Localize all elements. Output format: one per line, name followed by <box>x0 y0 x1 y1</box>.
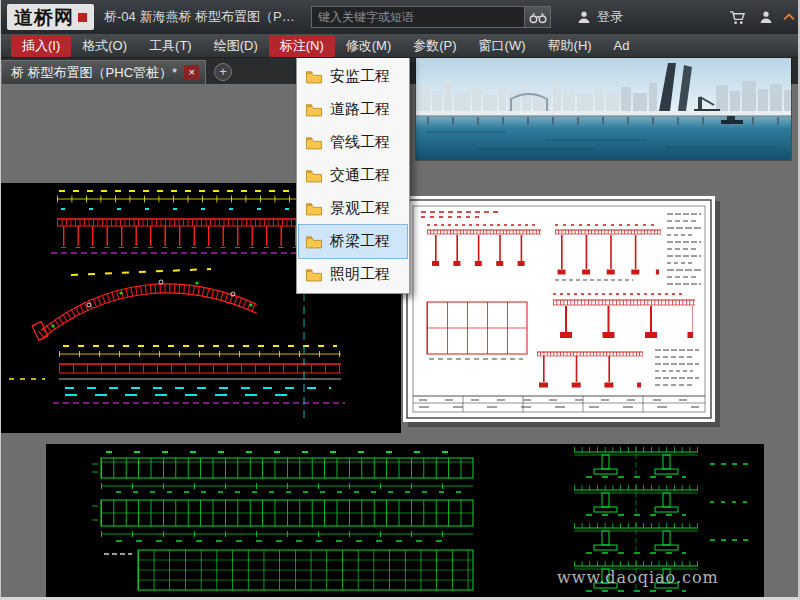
category-item-lighting[interactable]: 照明工程 <box>299 258 407 291</box>
login-label: 登录 <box>597 8 623 26</box>
folder-icon <box>305 136 323 150</box>
folder-icon <box>305 202 323 216</box>
category-label: 管线工程 <box>330 133 390 152</box>
menu-window[interactable]: 窗口(W) <box>468 35 537 57</box>
menu-help[interactable]: 帮助(H) <box>537 35 603 57</box>
search-button[interactable] <box>524 7 550 27</box>
folder-icon <box>305 268 323 282</box>
bridge-photo-preview[interactable] <box>416 57 791 160</box>
search-input[interactable] <box>312 7 524 27</box>
folder-icon <box>305 235 323 249</box>
logo-seal-icon <box>78 13 87 22</box>
binoculars-icon <box>529 11 547 24</box>
menu-dimension[interactable]: 标注(N) <box>269 35 335 57</box>
search-box <box>311 6 551 28</box>
login-button[interactable]: 登录 <box>577 0 623 34</box>
category-item-road[interactable]: 道路工程 <box>299 93 407 126</box>
category-label: 道路工程 <box>330 100 390 119</box>
document-title: 桥-04 新海燕桥 桥型布置图（PHC... <box>104 8 296 26</box>
menu-format[interactable]: 格式(O) <box>71 35 138 57</box>
menu-truncated[interactable]: Ad <box>603 36 641 55</box>
category-item-landscape[interactable]: 景观工程 <box>299 192 407 225</box>
tab-close-button[interactable]: × <box>184 65 199 80</box>
category-label: 照明工程 <box>330 265 390 284</box>
category-item-traffic[interactable]: 交通工程 <box>299 159 407 192</box>
paper-drawing <box>403 196 715 422</box>
menu-bar: 插入(I) 格式(O) 工具(T) 绘图(D) 标注(N) 修改(M) 参数(P… <box>1 34 798 58</box>
user-icon <box>577 10 591 24</box>
application-window: 道桥网 桥-04 新海燕桥 桥型布置图（PHC... 登录 <box>0 0 800 600</box>
menu-parametric[interactable]: 参数(P) <box>402 35 467 57</box>
title-bar: 道桥网 桥-04 新海燕桥 桥型布置图（PHC... 登录 <box>1 0 798 34</box>
watermark-text: www.daoqiao.com <box>557 568 719 587</box>
menu-insert[interactable]: 插入(I) <box>11 35 71 57</box>
chevron-up-icon <box>783 13 795 21</box>
folder-icon <box>305 169 323 183</box>
category-label: 安监工程 <box>330 67 390 86</box>
folder-icon <box>305 70 323 84</box>
category-item-bridge[interactable]: 桥梁工程 <box>299 225 407 258</box>
new-tab-button[interactable]: + <box>214 63 232 81</box>
site-logo[interactable]: 道桥网 <box>7 4 94 30</box>
user-icon <box>759 10 773 24</box>
category-item-safety[interactable]: 安监工程 <box>299 60 407 93</box>
drawing-tab[interactable]: 桥 桥型布置图（PHC管桩）* × <box>1 60 206 84</box>
menu-tools[interactable]: 工具(T) <box>138 35 203 57</box>
site-logo-text: 道桥网 <box>14 5 74 29</box>
menu-draw[interactable]: 绘图(D) <box>203 35 269 57</box>
category-label: 桥梁工程 <box>330 232 390 251</box>
category-label: 交通工程 <box>330 166 390 185</box>
category-item-pipeline[interactable]: 管线工程 <box>299 126 407 159</box>
drawing-tab-label: 桥 桥型布置图（PHC管桩）* <box>11 64 177 82</box>
cart-icon <box>729 10 746 25</box>
cart-button[interactable] <box>729 0 746 34</box>
collapse-button[interactable] <box>783 0 795 34</box>
bridge-photo-image <box>416 57 791 160</box>
category-label: 景观工程 <box>330 199 390 218</box>
account-button[interactable] <box>759 0 773 34</box>
folder-icon <box>305 103 323 117</box>
menu-modify[interactable]: 修改(M) <box>335 35 403 57</box>
category-dropdown-menu: 安监工程 道路工程 管线工程 交通工程 <box>296 57 410 294</box>
paper-layout-preview[interactable] <box>403 196 715 422</box>
